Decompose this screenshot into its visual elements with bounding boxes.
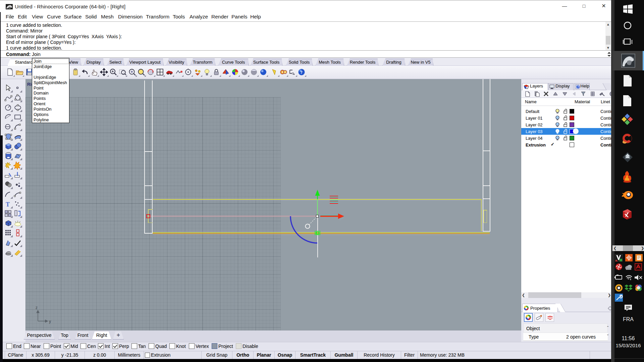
svg-text:?: ? [301, 70, 303, 75]
svg-text:T: T [6, 201, 10, 208]
svg-text:?: ? [577, 85, 579, 89]
svg-text:z: z [36, 305, 38, 310]
svg-text:y: y [49, 319, 51, 324]
